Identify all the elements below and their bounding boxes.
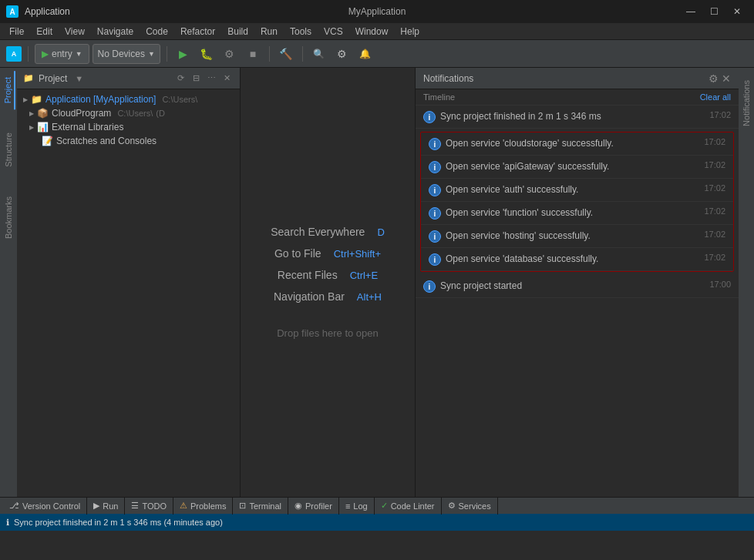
coverage-button[interactable]: ⚙ [220, 44, 240, 64]
build-button[interactable]: 🔨 [276, 44, 296, 64]
menu-tools[interactable]: Tools [284, 25, 318, 39]
notifications-button[interactable]: 🔔 [355, 44, 375, 64]
notification-item: i Open service 'database' successfully. … [421, 248, 733, 271]
tab-problems[interactable]: ⚠ Problems [173, 498, 233, 515]
notification-item: i Open service 'hosting' successfully. 1… [421, 225, 733, 248]
title-bar-title: Application [25, 6, 70, 17]
devices-dropdown[interactable]: No Devices ▼ [93, 44, 160, 64]
menu-vcs[interactable]: VCS [318, 25, 349, 39]
notif-close-button[interactable]: ✕ [722, 72, 731, 85]
module-icon: 📦 [37, 108, 49, 119]
tab-log[interactable]: ≡ Log [339, 498, 375, 515]
notifications-subheader: Timeline Clear all [416, 89, 739, 106]
project-header: 📁 Project ▼ ⟳ ⊟ ⋯ ✕ [17, 68, 240, 89]
tab-log-label: Log [353, 501, 367, 511]
menu-build[interactable]: Build [221, 25, 254, 39]
notification-time: 17:02 [704, 183, 725, 193]
tree-item-cloudprogram[interactable]: ▶ 📦 CloudProgram C:\Users\ (D [17, 106, 240, 120]
tree-item-label: External Libraries [52, 122, 123, 132]
search-key: D [377, 226, 384, 238]
status-icon: ℹ [6, 518, 9, 528]
menu-code[interactable]: Code [140, 25, 174, 39]
notification-time: 17:02 [704, 160, 725, 169]
nav-key: Alt+H [357, 291, 382, 303]
version-control-icon: ⎇ [9, 501, 19, 511]
tab-profiler[interactable]: ◉ Profiler [288, 498, 339, 515]
tree-item-external-libraries[interactable]: ▶ 📊 External Libraries [17, 120, 240, 134]
project-panel: 📁 Project ▼ ⟳ ⊟ ⋯ ✕ ▶ 📁 Application [MyA… [17, 68, 241, 497]
window-title: MyApplication [348, 6, 406, 17]
menu-run[interactable]: Run [254, 25, 284, 39]
info-icon: i [423, 280, 436, 293]
tree-item-scratches[interactable]: 📝 Scratches and Consoles [17, 134, 240, 148]
project-dropdown-icon[interactable]: ▼ [75, 74, 83, 83]
menu-view[interactable]: View [59, 25, 91, 39]
info-icon: i [423, 111, 436, 123]
notification-item: i Sync project started 17:00 [416, 275, 739, 298]
notification-text: Open service 'database' successfully. [446, 253, 693, 266]
notification-text: Open service 'cloudstorage' successfully… [446, 137, 693, 150]
toolbar-separator-1 [28, 46, 29, 62]
project-dots-btn[interactable]: ⋯ [204, 72, 218, 86]
search-label: Search Everywhere [271, 226, 365, 238]
project-header-actions: ⟳ ⊟ ⋯ ✕ [173, 72, 234, 86]
tab-code-linter[interactable]: ✓ Code Linter [375, 498, 442, 515]
info-icon: i [429, 184, 441, 196]
tab-services[interactable]: ⚙ Services [442, 498, 498, 515]
tab-terminal[interactable]: ⊡ Terminal [233, 498, 288, 515]
structure-tab[interactable]: Structure [2, 126, 15, 173]
minimize-button[interactable]: — [680, 4, 702, 19]
notif-settings-button[interactable]: ⚙ [709, 72, 719, 85]
notification-time: 17:00 [709, 280, 731, 289]
tab-version-control[interactable]: ⎇ Version Control [3, 498, 87, 515]
tab-todo[interactable]: ☰ TODO [125, 498, 173, 515]
menu-help[interactable]: Help [394, 25, 426, 39]
drop-files-hint: Drop files here to open [277, 327, 379, 339]
status-text: Sync project finished in 2 m 1 s 346 ms … [14, 518, 223, 527]
menu-navigate[interactable]: Navigate [91, 25, 140, 39]
notification-text: Sync project finished in 2 m 1 s 346 ms [440, 110, 698, 123]
project-scroll-to-btn[interactable]: ⟳ [173, 72, 187, 86]
tab-run[interactable]: ▶ Run [87, 498, 125, 515]
debug-button[interactable]: 🐛 [197, 44, 217, 64]
tree-item-application[interactable]: ▶ 📁 Application [MyApplication] C:\Users… [17, 92, 240, 106]
notifications-side-tab[interactable]: Notifications [740, 74, 752, 132]
menu-edit[interactable]: Edit [30, 25, 59, 39]
center-area: Search Everywhere D Go to File Ctrl+Shif… [241, 68, 415, 497]
project-close-btn[interactable]: ✕ [220, 72, 234, 86]
status-bar: ℹ Sync project finished in 2 m 1 s 346 m… [0, 514, 754, 531]
nav-label: Navigation Bar [274, 290, 345, 303]
app-icon: A [6, 5, 19, 18]
menu-window[interactable]: Window [349, 25, 395, 39]
clear-all-button[interactable]: Clear all [700, 92, 731, 102]
settings-button[interactable]: ⚙ [332, 44, 352, 64]
bookmarks-tab[interactable]: Bookmarks [2, 190, 15, 245]
stop-button[interactable]: ■ [243, 44, 263, 64]
tab-profiler-label: Profiler [305, 501, 332, 511]
project-collapse-btn[interactable]: ⊟ [189, 72, 203, 86]
maximize-button[interactable]: ☐ [703, 4, 725, 19]
toolbar-separator-4 [302, 46, 303, 62]
notifications-panel: Notifications ⚙ ✕ Timeline Clear all i S… [415, 68, 739, 497]
title-bar-left: A Application [6, 5, 70, 18]
main-layout: Project Structure Bookmarks 📁 Project ▼ … [0, 68, 754, 497]
info-icon: i [429, 138, 441, 150]
run-button[interactable]: ▶ [173, 44, 194, 64]
entry-dropdown[interactable]: ▶ entry ▼ [35, 44, 89, 64]
goto-label: Go to File [274, 247, 321, 260]
menu-file[interactable]: File [3, 25, 30, 39]
project-tab[interactable]: Project [2, 71, 15, 109]
services-icon: ⚙ [448, 501, 456, 511]
recent-label: Recent Files [278, 269, 338, 281]
left-strip: Project Structure Bookmarks [0, 68, 17, 497]
devices-chevron-icon: ▼ [148, 50, 155, 58]
arrow-icon: ▶ [29, 110, 34, 117]
menu-refactor[interactable]: Refactor [174, 25, 221, 39]
title-bar-controls: — ☐ ✕ [680, 4, 748, 19]
profiler-icon: ◉ [295, 501, 302, 511]
close-button[interactable]: ✕ [726, 4, 748, 19]
todo-icon: ☰ [131, 501, 139, 511]
info-icon: i [429, 207, 441, 220]
recent-key: Ctrl+E [350, 270, 378, 281]
search-everywhere-toolbar-btn[interactable]: 🔍 [309, 44, 329, 64]
